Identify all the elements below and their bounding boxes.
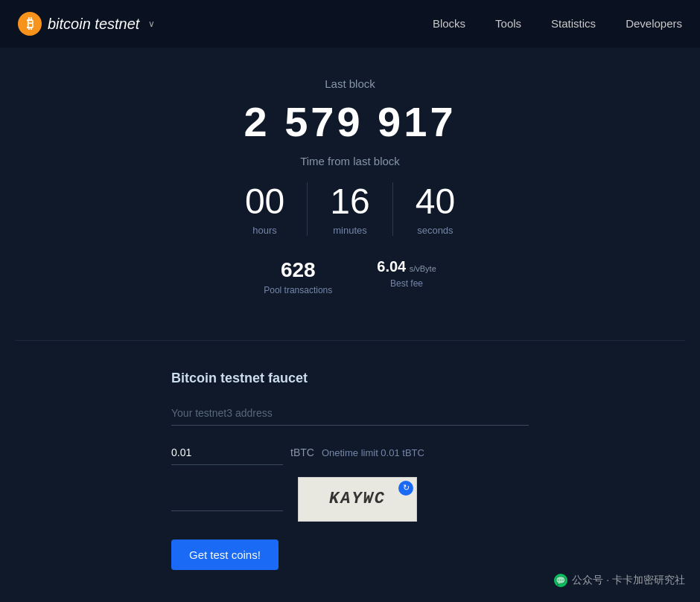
amount-row: tBTC Onetime limit 0.01 tBTC [171,441,544,465]
amount-unit: tBTC [290,446,314,458]
navbar: ₿ bitcoin testnet ∨ Blocks Tools Statist… [0,0,700,48]
faucet-section: Bitcoin testnet faucet tBTC Onetime limi… [156,371,544,570]
best-fee-value: 6.04 [377,258,406,275]
hours-label: hours [252,225,277,236]
nav-link-tools[interactable]: Tools [495,17,521,30]
captcha-refresh-icon[interactable]: ↻ [398,481,413,496]
watermark: 💬 公众号 · 卡卡加密研究社 [554,574,685,587]
pool-transactions-value: 628 [281,258,316,282]
brand-name: bitcoin testnet [48,16,139,33]
seconds-label: seconds [417,225,453,236]
best-fee-label: Best fee [390,278,423,289]
pool-transactions-stat: 628 Pool transactions [264,258,332,295]
watermark-text: 公众号 · 卡卡加密研究社 [572,574,685,587]
wechat-icon: 💬 [554,574,567,587]
faucet-title: Bitcoin testnet faucet [171,371,544,386]
nav-link-statistics[interactable]: Statistics [551,17,596,30]
last-block-label: Last block [325,77,375,90]
nav-item-tools[interactable]: Tools [495,17,521,31]
captcha-text: KAYWC [329,490,386,508]
amount-input[interactable] [171,441,283,465]
brand-dropdown-icon[interactable]: ∨ [148,19,155,29]
address-input[interactable] [171,401,529,426]
stats-row: 628 Pool transactions 6.04 s/vByte Best … [264,258,436,295]
best-fee-stat: 6.04 s/vByte Best fee [377,258,436,289]
best-fee-unit: s/vByte [410,264,436,273]
nav-item-developers[interactable]: Developers [626,17,682,31]
section-divider [15,340,685,341]
nav-item-statistics[interactable]: Statistics [551,17,596,31]
bitcoin-logo-icon: ₿ [18,12,42,36]
time-from-label: Time from last block [300,155,400,167]
block-number: 2 579 917 [244,97,456,146]
minutes-value: 16 [330,182,369,222]
timer-seconds: 40 seconds [393,182,477,236]
pool-transactions-label: Pool transactions [264,285,332,295]
timer-display: 00 hours 16 minutes 40 seconds [223,182,477,236]
minutes-label: minutes [333,225,367,236]
nav-link-developers[interactable]: Developers [626,17,682,30]
captcha-row: KAYWC ↻ [171,477,544,522]
best-fee-value-row: 6.04 s/vByte [377,258,436,275]
nav-links: Blocks Tools Statistics Developers [433,17,682,31]
hours-value: 00 [245,182,284,222]
nav-brand: ₿ bitcoin testnet ∨ [18,12,433,36]
nav-item-blocks[interactable]: Blocks [433,17,465,31]
get-coins-button[interactable]: Get test coins! [171,539,279,570]
timer-minutes: 16 minutes [308,182,392,236]
onetime-limit: Onetime limit 0.01 tBTC [322,447,424,458]
nav-link-blocks[interactable]: Blocks [433,17,465,30]
seconds-value: 40 [416,182,455,222]
main-content: Last block 2 579 917 Time from last bloc… [0,48,700,600]
captcha-input[interactable] [171,487,283,511]
captcha-image: KAYWC ↻ [298,477,417,522]
timer-hours: 00 hours [223,182,308,236]
